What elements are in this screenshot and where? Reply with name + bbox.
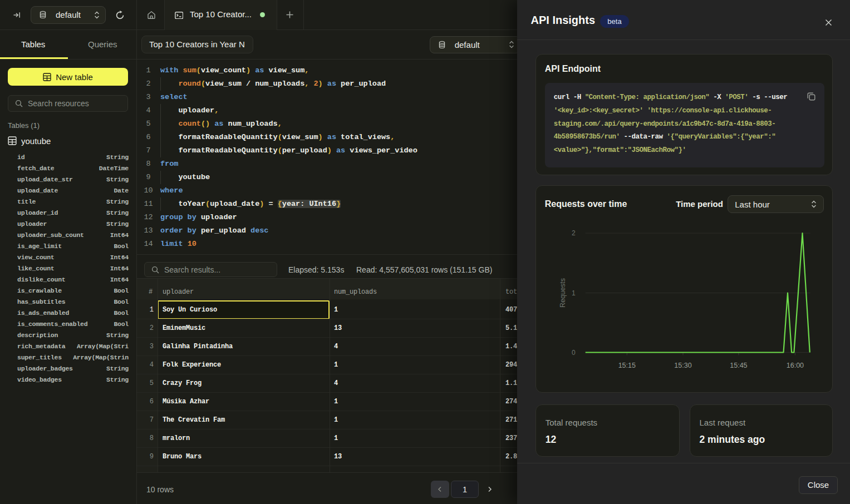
svg-text:15:15: 15:15 xyxy=(618,362,635,369)
svg-text:15:45: 15:45 xyxy=(730,362,747,369)
svg-text:16:00: 16:00 xyxy=(786,362,803,369)
svg-text:Requests: Requests xyxy=(559,278,567,308)
svg-text:1: 1 xyxy=(572,289,576,297)
svg-text:0: 0 xyxy=(572,349,576,357)
svg-text:15:30: 15:30 xyxy=(674,362,691,369)
svg-text:2: 2 xyxy=(572,229,576,237)
